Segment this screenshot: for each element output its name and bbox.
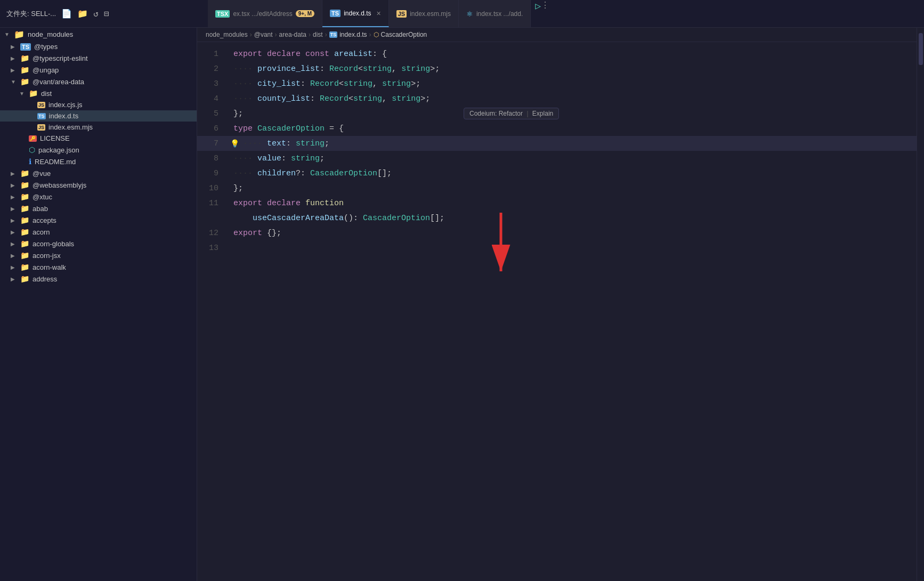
tab-name: index.d.ts: [344, 10, 371, 17]
line-content: ···· province_list: Record<string, strin…: [229, 64, 917, 74]
sidebar-item-vue[interactable]: ▶ 📁 @vue: [0, 167, 197, 179]
chevron-right-icon: ▶: [11, 241, 17, 247]
lightbulb-icon[interactable]: 💡: [230, 139, 239, 148]
sidebar-item-typescript-eslint[interactable]: ▶ 📁 @typescript-eslint: [0, 52, 197, 64]
title-bar: 文件夹: SELL-... 📄 📁 ↺ ⊟ TSX ex.tsx .../edi…: [0, 0, 924, 28]
breadcrumb-area-data: area-data: [279, 31, 306, 38]
collapse-icon[interactable]: ⊟: [104, 9, 109, 19]
sidebar-item-vant-area-data[interactable]: ▼ 📁 @vant/area-data: [0, 76, 197, 87]
line-number: 11: [197, 199, 229, 208]
tab-indexesmmjs[interactable]: JS index.esm.mjs: [389, 0, 459, 27]
chevron-right-icon: ▶: [11, 276, 17, 282]
folder-icon: 📁: [14, 29, 25, 39]
folder-icon: 📁: [20, 239, 29, 248]
sidebar-item-abab[interactable]: ▶ 📁 abab: [0, 203, 197, 214]
sidebar-item-label: acorn-globals: [33, 240, 74, 248]
sidebar-item-label: acorn-walk: [33, 263, 66, 271]
chevron-right-icon: ▶: [11, 171, 17, 176]
new-folder-icon[interactable]: 📁: [77, 9, 88, 19]
sidebar-item-node-modules[interactable]: ▼ 📁 node_modules: [0, 28, 197, 41]
react-icon: ⚛: [466, 10, 473, 18]
sidebar-item-label: package.json: [38, 146, 79, 154]
line-number: 5: [197, 109, 229, 118]
tab-indexdts[interactable]: TS index.d.ts ×: [322, 0, 389, 27]
refresh-icon[interactable]: ↺: [93, 9, 99, 19]
code-editor: node_modules › @vant › area-data › dist …: [197, 28, 917, 581]
pkg-file-icon: ⬡: [29, 146, 35, 154]
sidebar-item-index-esm[interactable]: ▶ JS index.esm.mjs: [0, 122, 197, 133]
folder-icon: 📁: [20, 251, 29, 260]
tsx-icon: TSX: [215, 10, 230, 18]
line-content: };: [229, 109, 917, 118]
breadcrumb-vant: @vant: [254, 31, 273, 38]
js-file-icon: JS: [37, 102, 45, 108]
line-content: export declare const areaList: {: [229, 50, 917, 59]
sidebar-item-label: @types: [34, 43, 58, 51]
line-content: export {};: [229, 229, 917, 238]
chevron-right-icon: ▶: [11, 44, 17, 50]
sidebar-item-xtuc[interactable]: ▶ 📁 @xtuc: [0, 191, 197, 203]
code-container[interactable]: 1 export declare const areaList: { 2 ···…: [197, 42, 917, 581]
main-area: ▼ 📁 node_modules ▶ TS @types ▶ 📁 @typesc…: [0, 28, 924, 581]
new-file-icon[interactable]: 📄: [61, 9, 72, 19]
md-file-icon: ℹ: [29, 157, 31, 166]
sidebar-item-label: @vue: [33, 170, 51, 177]
chevron-right-icon: ▶: [11, 194, 17, 200]
chevron-down-icon: ▼: [4, 31, 11, 37]
sidebar-item-acorn-walk[interactable]: ▶ 📁 acorn-walk: [0, 261, 197, 273]
codeium-refactor-link[interactable]: Codeium: Refactor: [469, 110, 523, 117]
sidebar-item-types[interactable]: ▶ TS @types: [0, 41, 197, 52]
tab-name: ex.tsx .../editAddress: [233, 10, 292, 18]
run-button[interactable]: ▷: [535, 0, 541, 27]
sidebar-item-label: acorn-jsx: [33, 252, 61, 260]
line-number: 8: [197, 154, 229, 163]
code-line-1: 1 export declare const areaList: {: [197, 46, 917, 61]
code-line-5: 5 }; Codeium: Refactor | Explain: [197, 106, 917, 121]
sidebar-item-address[interactable]: ▶ 📁 address: [0, 273, 197, 285]
tab-indextsx[interactable]: ⚛ index.tsx .../add.: [459, 0, 531, 27]
line-content: export declare function: [229, 199, 917, 208]
folder-icon: 📁: [20, 228, 29, 236]
codeium-tooltip[interactable]: Codeium: Refactor | Explain: [464, 108, 559, 119]
sidebar-item-readme[interactable]: ▶ ℹ README.md: [0, 156, 197, 167]
line-content: useCascaderAreaData(): CascaderOption[];: [229, 214, 917, 223]
folder-icon: 📁: [20, 169, 29, 177]
line-number: 10: [197, 184, 229, 193]
folder-icon: 📁: [20, 216, 29, 224]
sidebar-item-acorn-globals[interactable]: ▶ 📁 acorn-globals: [0, 238, 197, 249]
breadcrumb-file: index.d.ts: [339, 31, 367, 38]
sidebar-item-package-json[interactable]: ▶ ⬡ package.json: [0, 144, 197, 156]
js-icon: JS: [396, 10, 407, 18]
sidebar-item-label: index.esm.mjs: [48, 123, 93, 131]
breadcrumb-sep: ›: [309, 31, 311, 38]
sidebar-item-accepts[interactable]: ▶ 📁 accepts: [0, 214, 197, 226]
title-bar-left: 文件夹: SELL-... 📄 📁 ↺ ⊟: [6, 9, 204, 19]
sidebar-item-index-cjs[interactable]: ▶ JS index.cjs.js: [0, 99, 197, 110]
tab-close-icon[interactable]: ×: [377, 9, 381, 18]
breadcrumb-dist: dist: [313, 31, 323, 38]
line-content: ···· children?: CascaderOption[];: [229, 169, 917, 178]
code-line-3: 3 ···· city_list: Record<string, string>…: [197, 76, 917, 91]
editor-scrollbar[interactable]: [917, 28, 924, 581]
line-content: };: [229, 184, 917, 193]
sidebar-item-label: dist: [41, 90, 52, 98]
sidebar-item-webassemblyjs[interactable]: ▶ 📁 @webassemblyjs: [0, 179, 197, 191]
sidebar-item-license[interactable]: ▶ 🔑 LICENSE: [0, 133, 197, 144]
chevron-right-icon: ▶: [11, 67, 17, 73]
sidebar-item-label: index.cjs.js: [48, 101, 83, 109]
sidebar-item-ungap[interactable]: ▶ 📁 @ungap: [0, 64, 197, 76]
sidebar-item-acorn-jsx[interactable]: ▶ 📁 acorn-jsx: [0, 249, 197, 261]
sidebar-item-label: accepts: [33, 216, 56, 224]
sidebar-item-dist[interactable]: ▼ 📁 dist: [0, 87, 197, 99]
sidebar-item-acorn[interactable]: ▶ 📁 acorn: [0, 226, 197, 238]
more-button[interactable]: ⋮: [541, 0, 549, 27]
line-number: 2: [197, 64, 229, 74]
tab-editaddress[interactable]: TSX ex.tsx .../editAddress 9+, M: [208, 0, 322, 27]
sidebar-item-index-dts[interactable]: ▶ TS index.d.ts: [0, 110, 197, 122]
scrollbar-thumb[interactable]: [919, 33, 923, 65]
lic-file-icon: 🔑: [29, 135, 37, 142]
codeium-explain-link[interactable]: Explain: [532, 110, 553, 117]
folder-icon: 📁: [20, 181, 29, 189]
line-content: ···· text: string;: [229, 139, 917, 148]
sidebar-item-label: README.md: [35, 158, 76, 166]
